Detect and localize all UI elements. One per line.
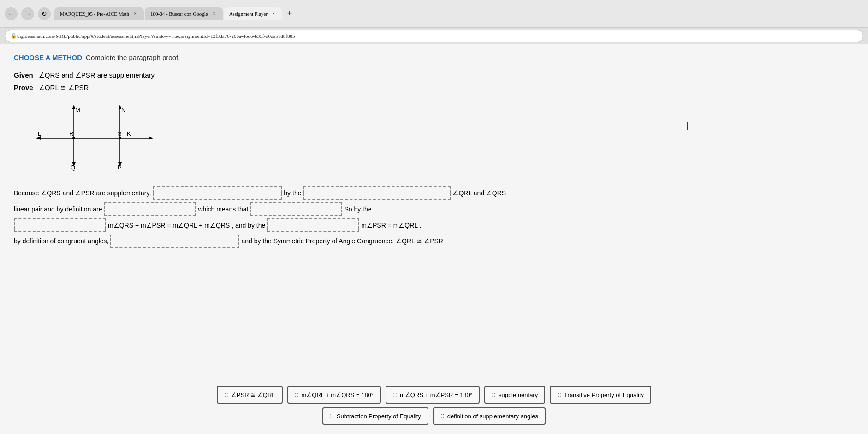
tab-bar: MARQUEZ_05 - Pre-AICE Math × 180-34 - Bu… <box>54 7 863 20</box>
prove-label: Prove <box>14 84 33 91</box>
address-bar[interactable]: 🔒 bigideasmath.com/MRL/public/app/#/stud… <box>5 30 863 42</box>
tile-psr-qrl[interactable]: :: ∠PSR ≅ ∠QRL <box>217 386 283 404</box>
svg-marker-8 <box>149 136 153 140</box>
geometry-diagram: M N L R S K Q P <box>32 101 854 177</box>
tile-dots: :: <box>492 391 496 399</box>
tab-google[interactable]: 180-34 - Buscar con Google × <box>145 7 223 20</box>
tile-dots: :: <box>330 412 334 420</box>
prove-text: ∠QRL ≅ ∠PSR <box>39 84 89 91</box>
new-tab-button[interactable]: + <box>283 7 296 20</box>
tile-dots: :: <box>393 391 397 399</box>
tile-definition-label: definition of supplementary angles <box>447 413 538 420</box>
tab-close-0[interactable]: × <box>132 11 138 17</box>
tile-transitive[interactable]: :: Transitive Property of Equality <box>550 386 651 404</box>
tile-dots: :: <box>557 391 561 399</box>
svg-text:K: K <box>127 130 131 137</box>
tile-psr-qrl-label: ∠PSR ≅ ∠QRL <box>231 392 275 398</box>
tab-label: Assignment Player <box>229 11 268 17</box>
proof-line1-mid: by the <box>284 186 301 200</box>
browser-chrome: ← → ↻ MARQUEZ_05 - Pre-AICE Math × 180-3… <box>0 0 868 28</box>
proof-line4-start: by definition of congruent angles, <box>14 234 108 248</box>
tiles-row-2: :: Subtraction Property of Equality :: d… <box>322 407 546 425</box>
blank-6[interactable] <box>267 218 359 232</box>
tab-assignment[interactable]: Assignment Player × <box>224 7 282 20</box>
given-label: Given <box>14 71 33 79</box>
svg-text:R: R <box>69 130 73 137</box>
tile-supplementary[interactable]: :: supplementary <box>484 386 545 404</box>
proof-line4-end: and by the Symmetric Property of Angle C… <box>241 234 446 248</box>
tab-close-1[interactable]: × <box>211 11 217 17</box>
svg-text:S: S <box>118 130 122 137</box>
tile-mqrl-mqrs-label: m∠QRL + m∠QRS = 180° <box>301 392 374 398</box>
address-icon: 🔒 <box>11 33 17 39</box>
svg-text:N: N <box>121 107 125 114</box>
refresh-button[interactable]: ↻ <box>38 7 51 20</box>
proof-line-1: Because ∠QRS and ∠PSR are supplementary,… <box>14 186 854 200</box>
proof-line1-end: ∠QRL and ∠QRS <box>452 186 506 200</box>
proof-line2-mid: which means that <box>198 202 248 217</box>
blank-2[interactable] <box>303 186 451 200</box>
blank-3[interactable] <box>104 202 196 216</box>
tile-subtraction[interactable]: :: Subtraction Property of Equality <box>322 407 428 425</box>
answer-tiles: :: ∠PSR ≅ ∠QRL :: m∠QRL + m∠QRS = 180° :… <box>0 386 868 425</box>
tab-preace[interactable]: MARQUEZ_05 - Pre-AICE Math × <box>54 7 144 20</box>
given-prove: Given ∠QRS and ∠PSR are supplementary. P… <box>14 69 854 94</box>
tab-label: 180-34 - Buscar con Google <box>150 11 208 17</box>
svg-text:P: P <box>118 164 122 171</box>
svg-text:M: M <box>75 107 80 114</box>
tile-dots: :: <box>295 391 299 399</box>
proof-line-2: linear pair and by definition are which … <box>14 202 854 217</box>
proof-line1-start: Because ∠QRS and ∠PSR are supplementary, <box>14 186 151 200</box>
tile-mqrl-mqrs[interactable]: :: m∠QRL + m∠QRS = 180° <box>287 386 381 404</box>
svg-text:L: L <box>38 130 41 137</box>
tile-dots: :: <box>224 391 228 399</box>
address-text: bigideasmath.com/MRL/public/app/#/studen… <box>17 33 295 39</box>
tab-close-2[interactable]: × <box>270 11 277 17</box>
section-title: CHOOSE A METHOD <box>14 54 82 61</box>
proof-line3-end: m∠PSR = m∠QRL . <box>361 218 421 233</box>
proof-line-4: by definition of congruent angles, and b… <box>14 234 854 248</box>
tiles-row-1: :: ∠PSR ≅ ∠QRL :: m∠QRL + m∠QRS = 180° :… <box>217 386 651 404</box>
forward-button[interactable]: → <box>21 7 34 20</box>
tile-mqrs-mpsr-label: m∠QRS + m∠PSR = 180° <box>400 392 472 398</box>
tile-transitive-label: Transitive Property of Equality <box>564 392 644 398</box>
tile-supplementary-label: supplementary <box>499 392 538 398</box>
blank-7[interactable] <box>110 235 239 248</box>
tab-label: MARQUEZ_05 - Pre-AICE Math <box>60 11 129 17</box>
mouse-cursor <box>687 122 693 130</box>
tile-subtraction-label: Subtraction Property of Equality <box>337 413 421 420</box>
proof-line2-end: So by the <box>344 202 371 217</box>
proof-area: Because ∠QRS and ∠PSR are supplementary,… <box>14 186 854 248</box>
proof-line2-start: linear pair and by definition are <box>14 202 102 217</box>
svg-text:Q: Q <box>71 164 75 171</box>
tile-definition[interactable]: :: definition of supplementary angles <box>433 407 546 425</box>
content-area: CHOOSE A METHOD Complete the paragraph p… <box>0 44 868 434</box>
section-subtitle: Complete the paragraph proof. <box>86 54 180 61</box>
address-row: 🔒 bigideasmath.com/MRL/public/app/#/stud… <box>0 28 868 44</box>
given-text: ∠QRS and ∠PSR are supplementary. <box>39 71 156 79</box>
tile-mqrs-mpsr[interactable]: :: m∠QRS + m∠PSR = 180° <box>386 386 480 404</box>
blank-4[interactable] <box>250 202 342 216</box>
blank-1[interactable] <box>153 186 282 200</box>
blank-5[interactable] <box>14 218 106 232</box>
tile-dots: :: <box>440 412 445 420</box>
proof-line-3: m∠QRS + m∠PSR = m∠QRL + m∠QRS , and by t… <box>14 218 854 233</box>
proof-line3-mid: m∠QRS + m∠PSR = m∠QRL + m∠QRS , and by t… <box>108 218 265 233</box>
back-button[interactable]: ← <box>5 7 18 20</box>
